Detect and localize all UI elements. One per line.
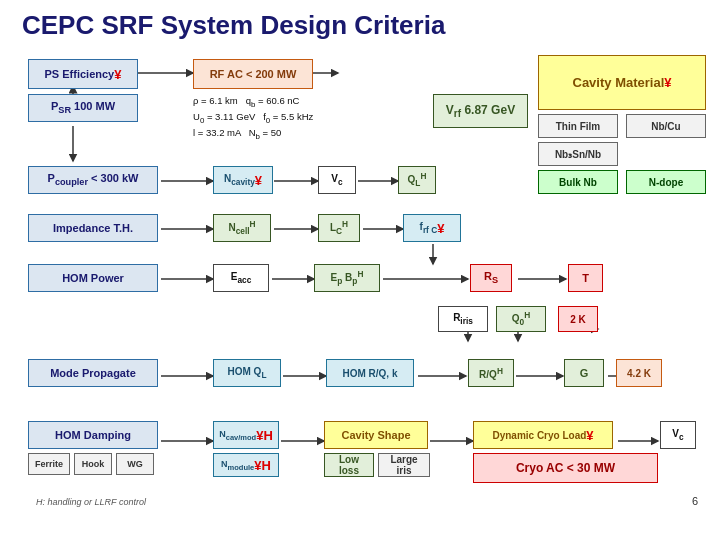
ncell-label: NcellH [228,219,255,236]
param-line3: l = 33.2 mA Nb = 50 [193,126,393,142]
cavity-material-check: ¥ [664,75,671,90]
slide: CEPC SRF System Design Criteria [0,0,720,540]
rf-ac-box: RF AC < 200 MW [193,59,313,89]
large-iris-label: Large iris [382,454,426,476]
nmodule-check: ¥H [254,458,271,473]
ql-box: QLH [398,166,436,194]
eacc-label: Eacc [231,271,252,285]
nb3sn-box: Nb₃Sn/Nb [538,142,618,166]
vc-final-box: Vc [660,421,696,449]
content-area: PS Efficiency ¥ RF AC < 200 MW Cavity Ma… [18,51,702,511]
vrf-box: Vrf 6.87 GeV [433,94,528,128]
hom-damping-label: HOM Damping [55,429,131,441]
t-label: T [582,272,589,284]
nmodule-label: Nmodule [221,459,254,472]
rf-ac-label: RF AC < 200 MW [210,68,297,80]
bulk-nb-box: Bulk Nb [538,170,618,194]
ncavity-label: Ncavity [224,173,255,187]
param-line1: ρ = 6.1 km qb = 60.6 nC [193,94,393,110]
slide-title: CEPC SRF System Design Criteria [18,10,702,41]
wg-box: WG [116,453,154,475]
params-block: ρ = 6.1 km qb = 60.6 nC U0 = 3.11 GeV f0… [193,94,393,154]
lc-box: LCH [318,214,360,242]
frf-label: frf C [420,221,438,235]
thin-film-box: Thin Film [538,114,618,138]
hom-ql-label: HOM QL [228,366,267,380]
bulk-nb-label: Bulk Nb [559,177,597,188]
dynamic-cryo-box: Dynamic Cryo Load ¥ [473,421,613,449]
ncavity-box: Ncavity ¥ [213,166,273,194]
lc-label: LCH [330,219,348,236]
riris-box: Riris [438,306,488,332]
nbcu-box: Nb/Cu [626,114,706,138]
q0-label: Q0H [512,310,530,327]
n-dope-box: N-dope [626,170,706,194]
ps-efficiency-check: ¥ [114,67,121,82]
impedance-box: Impedance T.H. [28,214,158,242]
pcoupler-box: Pcoupler < 300 kW [28,166,158,194]
rq-label: R/QH [479,366,503,380]
dynamic-cryo-label: Dynamic Cryo Load [492,430,586,441]
ncav-check: ¥H [256,428,273,443]
ferrite-label: Ferrite [35,459,63,469]
ep-bp-box: Ep BpH [314,264,380,292]
cryo-42k-label: 4.2 K [627,368,651,379]
pcoupler-label: Pcoupler < 300 kW [48,172,139,187]
ncav-module-box: Ncav/mod ¥H [213,421,279,449]
hom-rq-box: HOM R/Q, k [326,359,414,387]
ncavity-check: ¥ [255,173,262,188]
cryo-2k-label: 2 K [570,314,586,325]
hom-rq-label: HOM R/Q, k [342,368,397,379]
cavity-shape-box: Cavity Shape [324,421,428,449]
rs-label: RS [484,270,498,285]
ep-bp-label: Ep BpH [331,269,364,286]
dynamic-cryo-check: ¥ [586,428,593,443]
cryo-ac-label: Cryo AC < 30 MW [516,461,615,475]
vc-label: Vc [331,173,342,187]
thin-film-label: Thin Film [556,121,600,132]
vrf-label: Vrf 6.87 GeV [446,103,515,119]
cavity-material-label: Cavity Material [573,75,665,90]
g-box: G [564,359,604,387]
impedance-label: Impedance T.H. [53,222,133,234]
rq-box: R/QH [468,359,514,387]
vc-final-label: Vc [672,428,683,442]
psr-box: PSR 100 MW [28,94,138,122]
ncell-box: NcellH [213,214,271,242]
nmodule-box: Nmodule ¥H [213,453,279,477]
nb3sn-label: Nb₃Sn/Nb [555,149,601,160]
param-line2: U0 = 3.11 GeV f0 = 5.5 kHz [193,110,393,126]
ps-efficiency-label: PS Efficiency [45,68,115,80]
rs-box: RS [470,264,512,292]
footer-note: H: handling or LLRF control [36,497,146,507]
large-iris-box: Large iris [378,453,430,477]
hom-ql-box: HOM QL [213,359,281,387]
hook-label: Hook [82,459,105,469]
hom-damping-box: HOM Damping [28,421,158,449]
mode-propagate-label: Mode Propagate [50,367,136,379]
g-label: G [580,367,589,379]
hom-power-box: HOM Power [28,264,158,292]
frf-check: ¥ [437,221,444,236]
q0-box: Q0H [496,306,546,332]
ncav-module-label: Ncav/mod [219,429,256,442]
cavity-shape-label: Cavity Shape [341,429,410,441]
psr-label: PSR 100 MW [51,100,115,115]
riris-label: Riris [453,312,473,326]
cryo-ac-box: Cryo AC < 30 MW [473,453,658,483]
n-dope-label: N-dope [649,177,683,188]
hook-box: Hook [74,453,112,475]
low-loss-label: Low loss [328,454,370,476]
hom-power-label: HOM Power [62,272,124,284]
t-box: T [568,264,603,292]
frf-box: frf C ¥ [403,214,461,242]
wg-label: WG [127,459,143,469]
cavity-material-box: Cavity Material ¥ [538,55,706,110]
cryo-2k-box: 2 K [558,306,598,332]
eacc-box: Eacc [213,264,269,292]
nbcu-label: Nb/Cu [651,121,680,132]
ql-label: QLH [408,171,427,188]
mode-propagate-box: Mode Propagate [28,359,158,387]
ps-efficiency-box: PS Efficiency ¥ [28,59,138,89]
page-number: 6 [692,495,698,507]
